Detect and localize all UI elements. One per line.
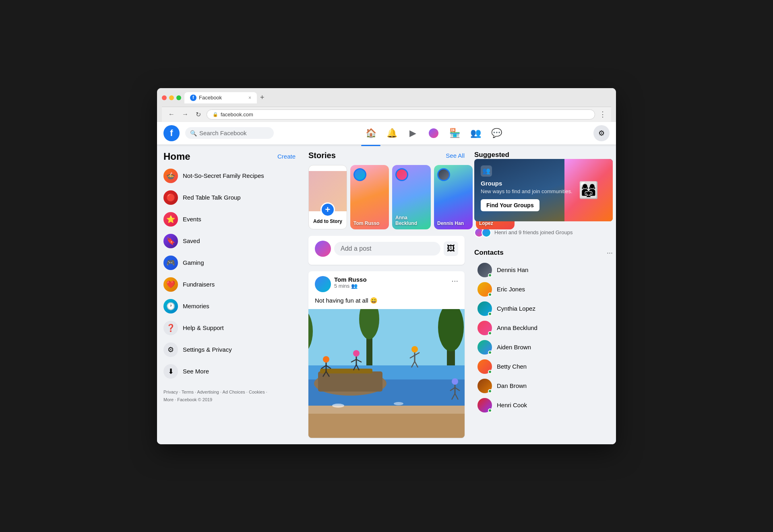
svg-rect-11 (320, 369, 372, 373)
groups-card[interactable]: 👥 Groups New ways to find and join commu… (474, 159, 613, 221)
contact-avatar-dan (477, 379, 492, 393)
contact-item-anna[interactable]: Anna Becklund (474, 318, 613, 338)
sidebar-item-family-recipes[interactable]: 🍲 Not-So-Secret Family Recipes (160, 165, 299, 186)
new-tab-button[interactable]: + (260, 93, 265, 102)
logo-area: f 🔍 Search Facebook (163, 125, 274, 141)
stories-see-all-button[interactable]: See All (446, 152, 465, 159)
nav-video-button[interactable]: ▶ (403, 124, 422, 143)
story-avatar-tom (353, 168, 366, 181)
sidebar-item-label: See More (183, 368, 209, 375)
nav-profile-avatar (428, 128, 439, 139)
nav-groups-button[interactable]: 👥 (466, 124, 485, 143)
footer-more-link[interactable]: More (163, 397, 174, 402)
online-indicator (488, 331, 492, 335)
contact-name-betty: Betty Chen (497, 363, 527, 370)
tab-close-btn[interactable]: × (248, 95, 251, 101)
refresh-button[interactable]: ↻ (194, 110, 203, 119)
sidebar-item-label: Red Table Talk Group (183, 194, 241, 201)
url-text: facebook.com (221, 111, 253, 118)
post-text: Not having fun at all 😄 (308, 292, 465, 309)
footer-cookies-link[interactable]: Cookies (249, 390, 265, 394)
forward-button[interactable]: → (180, 110, 190, 119)
footer-adchoices-link[interactable]: Ad Choices (223, 390, 245, 394)
post-author-avatar (315, 276, 331, 292)
contacts-header: Contacts ··· (474, 249, 613, 257)
back-button[interactable]: ← (167, 110, 176, 119)
contact-item-eric[interactable]: Eric Jones (474, 280, 613, 299)
facebook-logo[interactable]: f (163, 125, 180, 141)
sidebar-item-see-more[interactable]: ⬇ See More (160, 361, 299, 382)
nav-profile-button[interactable] (424, 124, 443, 143)
settings-button[interactable]: ⚙ (593, 125, 610, 141)
search-box[interactable]: 🔍 Search Facebook (185, 127, 274, 139)
sidebar-footer: Privacy · Terms · Advertising · Ad Choic… (160, 385, 299, 408)
lock-icon: 🔒 (213, 112, 218, 117)
browser-tab[interactable]: f Facebook × (184, 92, 257, 103)
contact-item-betty[interactable]: Betty Chen (474, 357, 613, 376)
sidebar-item-label: Gaming (183, 259, 204, 266)
create-button[interactable]: Create (277, 153, 296, 160)
story-bg-anna: Anna Becklund (392, 165, 431, 229)
nav-home-button[interactable]: 🏠 (361, 124, 380, 143)
story-avatar-anna (395, 168, 408, 181)
online-indicator (488, 312, 492, 316)
story-name-dennis: Dennis Han (437, 221, 469, 226)
find-groups-button[interactable]: Find Your Groups (481, 199, 539, 211)
story-bg-dennis: Dennis Han (434, 165, 473, 229)
close-dot[interactable] (162, 95, 167, 100)
contacts-title: Contacts (474, 249, 504, 257)
post-author-name[interactable]: Tom Russo (334, 276, 448, 283)
add-story-card[interactable]: + Add to Story (308, 165, 347, 229)
settings-privacy-icon: ⚙ (163, 342, 178, 357)
sidebar-item-settings[interactable]: ⚙ Settings & Privacy (160, 339, 299, 360)
svg-point-38 (332, 404, 344, 408)
sidebar-item-saved[interactable]: 🔖 Saved (160, 231, 299, 252)
footer-advertising-link[interactable]: Advertising (197, 390, 219, 394)
svg-point-32 (452, 378, 458, 385)
sidebar-item-events[interactable]: ⭐ Events (160, 209, 299, 230)
contact-item-henri[interactable]: Henri Cook (474, 396, 613, 415)
address-bar[interactable]: 🔒 facebook.com (207, 109, 595, 120)
nav-messenger-button[interactable]: 💬 (487, 124, 506, 143)
sidebar-item-fundraisers[interactable]: ❤️ Fundraisers (160, 274, 299, 295)
nav-right: ⚙ (593, 125, 610, 141)
story-card-tom[interactable]: Tom Russo (350, 165, 389, 229)
sidebar-item-label: Events (183, 216, 201, 223)
maximize-dot[interactable] (176, 95, 181, 100)
contact-item-dennis[interactable]: Dennis Han (474, 260, 613, 280)
contact-name-cynthia: Cynthia Lopez (497, 305, 535, 312)
contact-item-cynthia[interactable]: Cynthia Lopez (474, 299, 613, 318)
online-indicator (488, 408, 492, 412)
contact-name-dan: Dan Brown (497, 382, 527, 389)
sidebar-item-help[interactable]: ❓ Help & Support (160, 318, 299, 338)
story-card-anna[interactable]: Anna Becklund (392, 165, 431, 229)
sidebar-item-red-table[interactable]: 🔴 Red Table Talk Group (160, 187, 299, 208)
minimize-dot[interactable] (169, 95, 174, 100)
add-story-label: Add to Story (313, 219, 342, 224)
post-author-info: Tom Russo 5 mins 👥 (334, 276, 448, 289)
footer-privacy-link[interactable]: Privacy (163, 390, 178, 394)
contact-name-anna: Anna Becklund (497, 324, 537, 331)
post-more-button[interactable]: ··· (451, 276, 458, 285)
help-icon: ❓ (163, 321, 178, 335)
sidebar-item-label: Fundraisers (183, 281, 215, 288)
browser-more-button[interactable]: ⋮ (599, 110, 606, 119)
contact-name-dennis: Dennis Han (497, 266, 528, 273)
footer-terms-link[interactable]: Terms (182, 390, 194, 394)
contact-item-dan[interactable]: Dan Brown (474, 376, 613, 396)
sidebar-item-memories[interactable]: 🕐 Memories (160, 296, 299, 317)
contact-name-eric: Eric Jones (497, 286, 525, 293)
post-audience-icon: 👥 (351, 283, 358, 289)
story-card-dennis[interactable]: Dennis Han (434, 165, 473, 229)
post-input[interactable]: Add a post (334, 242, 440, 256)
contact-item-aiden[interactable]: Aiden Brown (474, 338, 613, 357)
sidebar-item-gaming[interactable]: 🎮 Gaming (160, 252, 299, 273)
nav-marketplace-button[interactable]: 🏪 (445, 124, 464, 143)
stories-header: Stories See All (308, 151, 465, 160)
contacts-more-button[interactable]: ··· (607, 249, 613, 257)
add-story-plus-icon: + (320, 202, 335, 217)
online-indicator (488, 370, 492, 374)
post-photo-button[interactable]: 🖼 (444, 241, 458, 256)
online-indicator (488, 351, 492, 355)
nav-notifications-button[interactable]: 🔔 (382, 124, 401, 143)
